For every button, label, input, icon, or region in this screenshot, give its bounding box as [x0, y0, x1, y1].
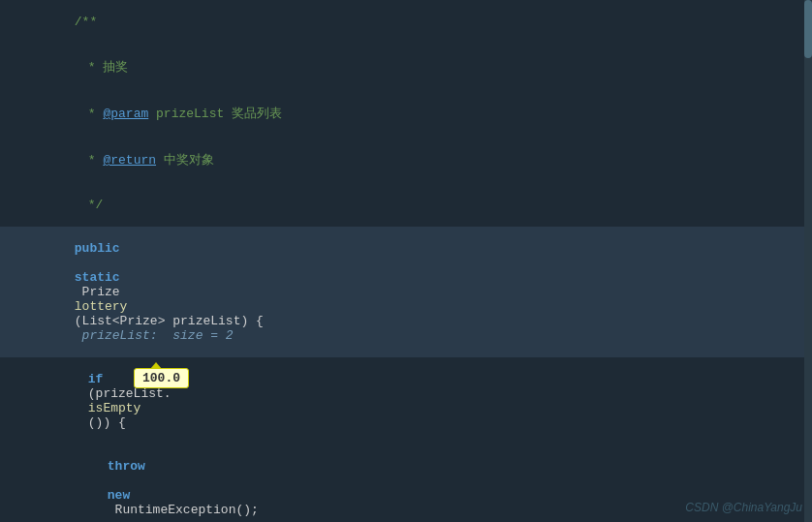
kw-new: new: [108, 488, 130, 503]
code-normal: ()) {: [88, 415, 126, 430]
comment-text: *: [88, 107, 104, 121]
watermark: CSDN @ChinaYangJu: [685, 501, 802, 514]
code-line-4: * @return 中奖对象: [0, 137, 812, 183]
code-line-3: * @param prizeList 奖品列表: [0, 90, 812, 137]
code-normal: (List<Prize> prizeList) {: [75, 314, 271, 328]
tooltip-arrow: [150, 362, 162, 369]
kw-method: isEmpty: [88, 401, 141, 415]
code-line-2: * 抽奖: [0, 44, 812, 90]
tooltip-value: 100.0: [142, 371, 180, 385]
code-line-7: if (prizeList. isEmpty ()) {: [0, 357, 812, 445]
code-normal: [75, 256, 82, 270]
line-content-2: * 抽奖: [23, 44, 812, 90]
comment-text: 中奖对象: [156, 153, 214, 168]
comment-text: */: [88, 198, 104, 212]
kw-static: static: [75, 270, 120, 285]
kw-if: if: [88, 372, 104, 386]
annotation-return: @return: [103, 153, 156, 168]
line-content-4: * @return 中奖对象: [23, 137, 812, 183]
scrollbar[interactable]: [804, 0, 812, 522]
line-content-3: * @param prizeList 奖品列表: [23, 90, 812, 137]
scrollbar-thumb[interactable]: [804, 0, 812, 58]
code-line-1: /**: [0, 0, 812, 44]
comment-text: * 抽奖: [88, 60, 129, 75]
code-normal: Prize: [75, 285, 128, 299]
line-content-1: /**: [23, 0, 812, 44]
comment-text: prizeList 奖品列表: [148, 107, 282, 121]
hint-text: prizeList: size = 2: [75, 328, 234, 343]
code-editor: /** * 抽奖 * @param prizeList 奖品列表 * @retu…: [0, 0, 812, 522]
code-normal: RuntimeException();: [108, 503, 259, 517]
annotation-param: @param: [103, 107, 148, 121]
line-content-5: */: [23, 183, 812, 227]
kw-method: lottery: [75, 299, 128, 314]
code-line-6: public static Prize lottery (List<Prize>…: [0, 227, 812, 357]
line-content-6: public static Prize lottery (List<Prize>…: [23, 227, 812, 357]
code-normal: (prizeList.: [88, 386, 172, 401]
code-normal: [108, 474, 115, 488]
code-line-5: */: [0, 183, 812, 227]
tooltip-box: 100.0: [134, 368, 189, 388]
kw-throw: throw: [108, 459, 145, 474]
comment-text: /**: [75, 15, 97, 29]
kw-public: public: [75, 241, 120, 256]
comment-text: *: [88, 153, 104, 168]
